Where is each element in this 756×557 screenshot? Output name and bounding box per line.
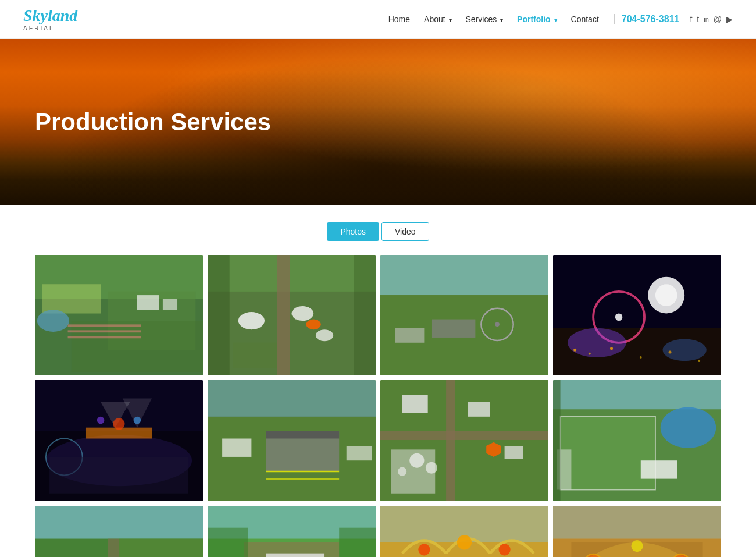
svg-rect-29 [553,328,721,376]
facebook-icon[interactable]: f [690,15,692,24]
gallery-item-5[interactable] [35,380,203,501]
svg-point-24 [481,308,513,340]
svg-point-52 [97,417,105,424]
twitter-icon[interactable]: t [697,15,699,24]
svg-point-37 [573,349,576,352]
phone-number[interactable]: 704-576-3811 [614,14,680,24]
gallery-item-8[interactable] [553,380,721,501]
svg-rect-46 [86,428,152,439]
svg-point-40 [640,356,642,359]
svg-rect-66 [402,395,428,413]
photos-tab[interactable]: Photos [327,222,379,241]
gallery-item-10[interactable] [208,506,376,557]
svg-rect-13 [277,255,290,375]
svg-point-16 [316,329,333,341]
svg-rect-7 [163,299,177,310]
site-header: Skyland AERIAL Home About ▾ Services ▾ P… [0,0,756,39]
youtube-icon[interactable]: ▶ [726,15,733,24]
main-nav: Home About ▾ Services ▾ Portfolio ▾ Cont… [384,12,733,26]
svg-point-106 [418,544,430,555]
svg-rect-6 [137,295,159,310]
svg-rect-2 [42,284,101,313]
svg-rect-27 [395,328,424,343]
gallery-item-9[interactable] [35,506,203,557]
nav-contact[interactable]: Contact [566,12,604,26]
main-content: Photos Video [0,205,756,557]
svg-rect-3 [108,292,196,350]
svg-marker-47 [101,402,130,428]
gallery-item-3[interactable] [380,255,548,375]
linkedin-icon[interactable]: in [704,16,709,23]
svg-rect-19 [354,255,376,375]
svg-rect-36 [553,335,721,375]
gallery-item-2[interactable] [208,255,376,375]
svg-point-34 [568,328,626,357]
svg-rect-69 [391,450,435,494]
svg-rect-22 [380,255,548,295]
svg-point-76 [661,407,716,448]
svg-point-117 [631,540,643,552]
hero-title: Production Services [0,108,306,136]
svg-rect-68 [505,446,523,459]
portfolio-dropdown-arrow: ▾ [554,17,557,23]
svg-point-33 [655,284,677,306]
svg-rect-111 [553,506,721,557]
svg-rect-44 [35,431,203,501]
svg-rect-8 [68,324,141,327]
svg-rect-58 [266,431,340,439]
svg-rect-11 [208,255,376,375]
logo[interactable]: Skyland AERIAL [23,8,77,31]
svg-point-107 [457,535,472,549]
svg-rect-67 [468,402,490,417]
svg-point-39 [610,347,613,350]
svg-rect-81 [553,380,561,501]
svg-rect-10 [68,336,141,338]
svg-point-14 [238,312,265,329]
social-links: f t in @ ▶ [690,15,733,24]
gallery-item-12[interactable] [553,506,721,557]
svg-rect-64 [380,431,548,440]
svg-point-38 [589,353,591,355]
gallery-item-6[interactable] [208,380,376,501]
svg-point-31 [615,314,623,321]
svg-point-72 [426,462,437,474]
svg-rect-28 [553,255,721,375]
svg-marker-48 [123,399,152,428]
video-tab[interactable]: Video [381,222,429,241]
nav-about[interactable]: About ▾ [419,12,456,26]
svg-point-71 [409,453,424,468]
svg-rect-96 [208,506,376,539]
gallery-item-4[interactable] [553,255,721,375]
svg-point-116 [672,554,690,557]
svg-point-25 [495,322,500,327]
svg-point-5 [37,310,69,332]
nav-portfolio[interactable]: Portfolio ▾ [512,12,561,26]
gallery-item-1[interactable] [35,255,203,375]
services-dropdown-arrow: ▾ [500,17,503,23]
svg-rect-21 [380,255,548,375]
svg-rect-54 [208,380,376,501]
svg-point-32 [648,277,684,314]
svg-rect-83 [35,506,203,539]
gallery-item-11[interactable] [380,506,548,557]
svg-point-42 [698,360,700,362]
svg-rect-4 [72,321,203,372]
about-dropdown-arrow: ▾ [449,17,452,23]
nav-home[interactable]: Home [384,12,415,26]
svg-rect-93 [119,538,204,557]
svg-rect-55 [208,417,376,501]
svg-rect-95 [208,506,376,557]
svg-point-17 [306,320,321,330]
svg-marker-70 [486,442,501,457]
svg-rect-0 [35,255,203,375]
gallery-item-7[interactable] [380,380,548,501]
svg-rect-20 [233,343,277,368]
instagram-icon[interactable]: @ [714,15,722,24]
svg-rect-80 [557,450,571,490]
svg-rect-50 [49,457,188,494]
svg-rect-100 [208,527,248,557]
svg-point-35 [662,339,706,361]
nav-services[interactable]: Services ▾ [461,12,508,26]
svg-point-51 [113,418,124,430]
hero-section: Production Services [0,39,756,205]
